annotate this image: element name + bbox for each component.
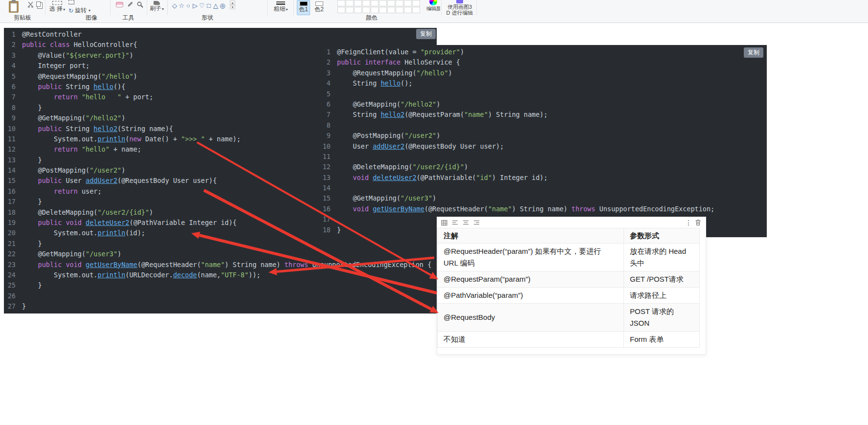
copy-code-button[interactable]: 复制 [416, 29, 436, 39]
line-number: 9 [320, 131, 331, 141]
table-grid-icon[interactable] [441, 219, 447, 226]
brushes-button[interactable]: 刷子▾ [148, 0, 165, 15]
paste-button[interactable] [4, 0, 23, 15]
table-cell: @RequestBody [438, 304, 624, 332]
color1-label: 色1 [297, 6, 310, 13]
shape-icon[interactable]: ▷ [192, 2, 199, 9]
paint3d-button[interactable]: 使用画图3 D 进行编辑 [444, 0, 475, 15]
palette-swatch[interactable] [412, 0, 420, 6]
select-label: 选 择 [49, 5, 63, 12]
palette-swatch[interactable] [362, 7, 370, 13]
code-line: 4 String hello(); [320, 78, 767, 89]
palette-swatch[interactable] [371, 0, 378, 6]
shapes-scroll-down-button[interactable]: ▾ [230, 5, 235, 9]
chevron-down-icon: ▾ [162, 7, 164, 11]
palette-swatch[interactable] [387, 0, 395, 6]
copy-button[interactable] [35, 1, 43, 8]
shapes-scroll-up-button[interactable]: ▴ [230, 0, 235, 5]
table-cell: 请求路径上 [624, 288, 700, 304]
palette-swatch[interactable] [404, 0, 412, 6]
code-line: 16 void getUserByName(@RequestHeader("na… [320, 204, 767, 214]
brushes-label: 刷子 [150, 5, 161, 12]
line-number: 14 [320, 183, 331, 193]
palette-swatch[interactable] [337, 7, 345, 13]
table-row: @RequestBodyPOST 请求的 JSON [438, 304, 700, 332]
line-number: 1 [320, 47, 331, 57]
line-number: 7 [320, 110, 331, 120]
palette-swatch[interactable] [379, 7, 387, 13]
group-label-tools: 工具 [110, 14, 147, 22]
line-number: 8 [4, 103, 16, 113]
size-label: 粗细 [273, 5, 285, 12]
line-number: 11 [4, 134, 16, 144]
palette-swatch[interactable] [362, 0, 370, 6]
shape-icon[interactable]: □ [205, 2, 212, 9]
line-number: 17 [320, 214, 331, 224]
shape-icon[interactable]: ♡ [199, 2, 205, 9]
edit-colors-button[interactable]: 编辑颜色 [426, 0, 440, 15]
size-button[interactable]: 粗细▾ [270, 0, 291, 15]
line-number: 15 [4, 176, 16, 186]
palette-swatch[interactable] [396, 0, 403, 6]
palette-swatch[interactable] [346, 0, 354, 6]
code-line: 6 @GetMapping("/hello2") [320, 99, 767, 110]
line-number: 21 [4, 239, 16, 249]
code-line: 10 User addUser2(@RequestBody User user)… [320, 141, 767, 152]
table-cell: @RequestParam(“param”) [438, 271, 624, 288]
shape-icon[interactable]: ○ [185, 2, 192, 9]
crop-button[interactable] [68, 0, 74, 4]
eraser-button[interactable] [115, 1, 123, 8]
line-number: 13 [320, 173, 331, 183]
color1-button[interactable]: 色1 [297, 0, 310, 15]
shape-icon[interactable]: ◇ [171, 2, 178, 9]
table-cell: GET /POST请求 [624, 271, 700, 288]
table-header-row: 注解 参数形式 [438, 228, 700, 244]
align-center-icon[interactable] [462, 219, 469, 226]
line-number: 22 [4, 249, 16, 259]
table-row: @RequestParam(“param”)GET /POST请求 [438, 271, 700, 288]
line-number: 4 [320, 78, 331, 89]
palette-swatch[interactable] [337, 0, 345, 6]
paint-canvas[interactable]: 复制 1@RestController2public class HelloCo… [0, 23, 868, 425]
code-line: 1@RestController [4, 29, 437, 40]
table-header-param-form: 参数形式 [624, 228, 700, 244]
line-number: 9 [4, 113, 16, 123]
chevron-down-icon: ▾ [286, 7, 288, 12]
select-button[interactable]: 选 择▾ [49, 0, 66, 15]
palette-swatch[interactable] [354, 0, 362, 6]
palette-swatch[interactable] [404, 7, 412, 13]
palette-swatch[interactable] [387, 7, 395, 13]
align-left-icon[interactable] [451, 219, 458, 226]
line-number: 8 [320, 120, 331, 131]
shape-icon[interactable]: ☆ [178, 2, 185, 9]
line-number: 5 [4, 71, 16, 82]
palette-swatch[interactable] [412, 7, 420, 13]
trash-icon[interactable] [694, 219, 701, 226]
annotation-table: 注解 参数形式 @RequestHeader(“param”) 如果有中文，要进… [437, 228, 700, 348]
code-line: 12 @DeleteMapping("/user2/{id}") [320, 162, 767, 172]
palette-swatch[interactable] [379, 0, 387, 6]
color2-button[interactable]: 色2 [312, 0, 326, 15]
magnifier-button[interactable] [136, 1, 144, 8]
align-right-icon[interactable] [473, 219, 480, 226]
line-number: 24 [4, 270, 16, 280]
line-number: 19 [4, 218, 16, 228]
line-number: 18 [4, 207, 16, 218]
table-header-annotation: 注解 [438, 228, 624, 244]
right-code-panel: 复制 1@FeignClient(value = "provider")2pub… [320, 45, 767, 237]
shape-icon[interactable]: ◎ [219, 2, 226, 9]
line-number: 16 [4, 186, 16, 197]
copy-code-button[interactable]: 复制 [744, 47, 763, 58]
line-number: 3 [320, 68, 331, 78]
palette-swatch[interactable] [346, 7, 354, 13]
palette-swatch[interactable] [354, 7, 362, 13]
color-picker-button[interactable] [126, 1, 134, 8]
line-number: 27 [4, 301, 16, 312]
palette-swatch[interactable] [371, 7, 378, 13]
color2-label: 色2 [313, 6, 325, 13]
code-line: 24 System.out.println(URLDecoder.decode(… [4, 270, 437, 280]
kebab-menu-icon[interactable]: ⋮ [687, 219, 690, 226]
cut-button[interactable] [26, 1, 34, 8]
shape-icon[interactable]: △ [212, 2, 219, 9]
palette-swatch[interactable] [396, 7, 403, 13]
